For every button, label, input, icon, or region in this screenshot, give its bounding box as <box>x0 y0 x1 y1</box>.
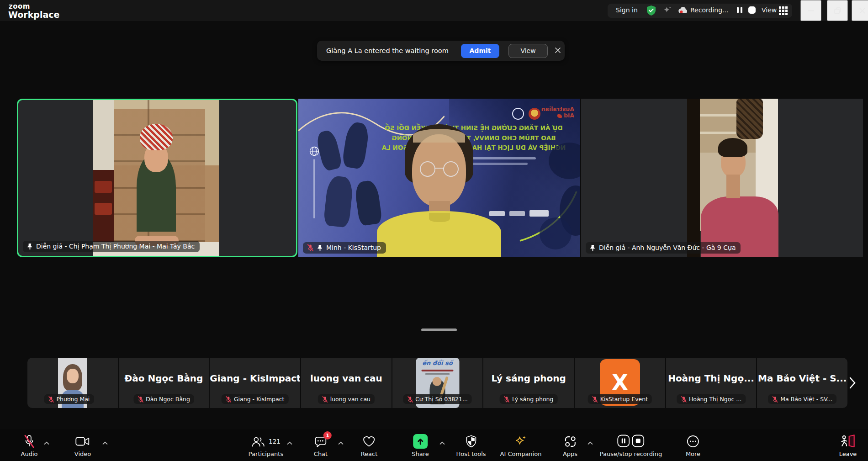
muted-mic-icon <box>504 396 510 403</box>
recording-pause-button[interactable] <box>736 6 743 16</box>
security-shield-icon[interactable] <box>646 5 656 18</box>
filmstrip-tile[interactable]: Đào Ngọc Bằng Đào Ngọc Bằng <box>119 358 209 408</box>
chat-options-chevron[interactable] <box>338 440 344 446</box>
pin-icon <box>317 244 323 251</box>
participant-display-name: luong van cau <box>301 373 392 384</box>
participant-name: Lý sáng phong <box>512 396 554 403</box>
participant-name: luong van cau <box>330 396 370 403</box>
video-button[interactable]: Video <box>74 434 91 457</box>
participant-name: KisStartup Event <box>600 396 648 403</box>
participants-options-chevron[interactable] <box>287 440 292 446</box>
leave-button[interactable]: Leave <box>839 434 857 457</box>
apps-icon <box>564 434 576 449</box>
participants-button[interactable]: 121 Participants <box>249 434 283 457</box>
filmstrip-tile[interactable]: Phương Mai <box>27 358 118 408</box>
react-label: React <box>361 450 378 457</box>
tile-name-pill: Minh - KisStartup <box>303 242 386 254</box>
heart-icon <box>363 434 376 449</box>
recording-stop-button[interactable] <box>748 6 756 16</box>
grid-view-icon[interactable] <box>779 6 788 15</box>
sparkle-icon <box>514 434 528 449</box>
workplace-logo: Workplace <box>8 10 59 20</box>
filmstrip-name-pill: Giang - KisImpact <box>222 394 289 404</box>
poster-title: DỰ ÁN TĂNG CƯỜNG HỆ SINH THÁI CHUYỂN ĐỔI… <box>370 123 577 153</box>
tile-name-pill: Diễn giả - Anh Nguyễn Văn Đức - Gà 9 Cựa <box>586 242 741 254</box>
video-feed: Australian Aid DỰ ÁN TĂNG CƯỜNG HỆ SINH … <box>298 99 580 257</box>
waiting-room-message: Giàng A La entered the waiting room <box>326 47 449 54</box>
view-button[interactable]: View <box>762 6 777 14</box>
muted-mic-icon <box>681 396 687 403</box>
chat-button[interactable]: 1 Chat <box>314 434 328 457</box>
participants-label: Participants <box>249 450 283 457</box>
muted-mic-icon <box>307 244 314 251</box>
filmstrip-name-pill: Cư Thị Só 03821... <box>403 394 472 404</box>
filmstrip-tile[interactable]: Hoàng Thị Ngọ... Hoàng Thị Ngọc ... <box>666 358 757 408</box>
video-tile-speaker-mai[interactable]: Diễn giả - Chị Phạm Thị Phương Mai - Mai… <box>17 99 297 257</box>
react-button[interactable]: React <box>361 434 378 457</box>
video-label: Video <box>74 450 91 457</box>
filmstrip-name-pill: Phương Mai <box>44 394 94 404</box>
apps-options-chevron[interactable] <box>587 440 593 446</box>
participant-display-name: Hoàng Thị Ngọ... <box>666 373 757 384</box>
participant-name: Diễn giả - Chị Phạm Thị Phương Mai - Mai… <box>36 243 195 250</box>
leave-door-icon <box>840 434 856 449</box>
muted-mic-icon <box>322 396 328 403</box>
banner-close-icon[interactable] <box>554 47 562 55</box>
ai-companion-label: AI Companion <box>500 450 542 457</box>
globe-icon <box>309 146 319 156</box>
audio-options-chevron[interactable] <box>44 440 49 446</box>
filmstrip-resize-handle[interactable] <box>421 329 457 331</box>
banner-view-button[interactable]: View <box>508 44 548 58</box>
participant-display-name: Giang - KisImpact <box>210 373 300 384</box>
thumbnail-caption: ến đổi số <box>416 360 459 366</box>
recording-cloud-icon <box>678 6 688 16</box>
admit-button[interactable]: Admit <box>461 44 499 58</box>
camera-icon <box>75 434 90 449</box>
pause-stop-label: Pause/stop recording <box>600 450 662 457</box>
filmstrip-tile[interactable]: Ma Bảo Việt - S... Ma Bảo Việt - SV... <box>757 358 847 408</box>
shield-icon <box>465 434 477 449</box>
pause-stop-recording-button[interactable]: Pause/stop recording <box>600 434 662 457</box>
ai-companion-status-icon[interactable] <box>662 5 672 17</box>
video-feed <box>687 99 778 257</box>
sign-in-button[interactable]: Sign in <box>616 6 638 14</box>
filmstrip-next-icon[interactable] <box>849 370 867 396</box>
share-options-chevron[interactable] <box>439 440 445 446</box>
host-tools-button[interactable]: Host tools <box>456 434 486 457</box>
host-tools-label: Host tools <box>456 450 486 457</box>
participants-filmstrip: Phương Mai Đào Ngọc Bằng Đào Ngọc Bằng G… <box>27 358 847 408</box>
more-label: More <box>686 450 700 457</box>
pin-icon <box>27 243 33 250</box>
filmstrip-tile[interactable]: Giang - KisImpact Giang - KisImpact <box>210 358 300 408</box>
share-button[interactable]: Share <box>412 434 429 457</box>
video-options-chevron[interactable] <box>102 440 108 446</box>
apps-button[interactable]: Apps <box>563 434 577 457</box>
apps-label: Apps <box>563 450 577 457</box>
restore-button[interactable] <box>827 0 848 21</box>
participants-count: 121 <box>269 438 281 445</box>
stop-recording-icon[interactable] <box>632 435 645 449</box>
participant-name: Hoàng Thị Ngọc ... <box>689 396 741 403</box>
recording-status-label: Recording... <box>690 6 728 14</box>
chat-label: Chat <box>314 450 328 457</box>
more-button[interactable]: More <box>686 434 700 457</box>
filmstrip-tile[interactable]: ến đổi số Cư Thị Só 03821... <box>392 358 483 408</box>
participant-name: Minh - KisStartup <box>326 244 381 251</box>
participant-name: Cư Thị Só 03821... <box>415 396 468 403</box>
ai-companion-button[interactable]: AI Companion <box>500 434 542 457</box>
video-tile-speaker-duc[interactable]: Diễn giả - Anh Nguyễn Văn Đức - Gà 9 Cựa <box>581 99 863 257</box>
audio-label: Audio <box>21 450 38 457</box>
participant-display-name: Lý sáng phong <box>483 373 574 384</box>
pause-recording-icon[interactable] <box>617 435 630 449</box>
filmstrip-tile[interactable]: X KisStartup Event <box>575 358 665 408</box>
titlebar: zoom Workplace Sign in Recording... View <box>0 0 868 21</box>
video-tile-minh-kisstartup[interactable]: Australian Aid DỰ ÁN TĂNG CƯỜNG HỆ SINH … <box>298 99 580 257</box>
muted-mic-icon <box>48 396 54 403</box>
close-window-button[interactable] <box>852 0 868 21</box>
audio-button[interactable]: Audio <box>21 434 38 457</box>
waiting-room-banner: Giàng A La entered the waiting room Admi… <box>317 41 565 61</box>
minimize-button[interactable] <box>800 0 821 21</box>
participant-display-name: Ma Bảo Việt - S... <box>757 373 847 384</box>
filmstrip-tile[interactable]: luong van cau luong van cau <box>301 358 392 408</box>
filmstrip-tile[interactable]: Lý sáng phong Lý sáng phong <box>483 358 574 408</box>
